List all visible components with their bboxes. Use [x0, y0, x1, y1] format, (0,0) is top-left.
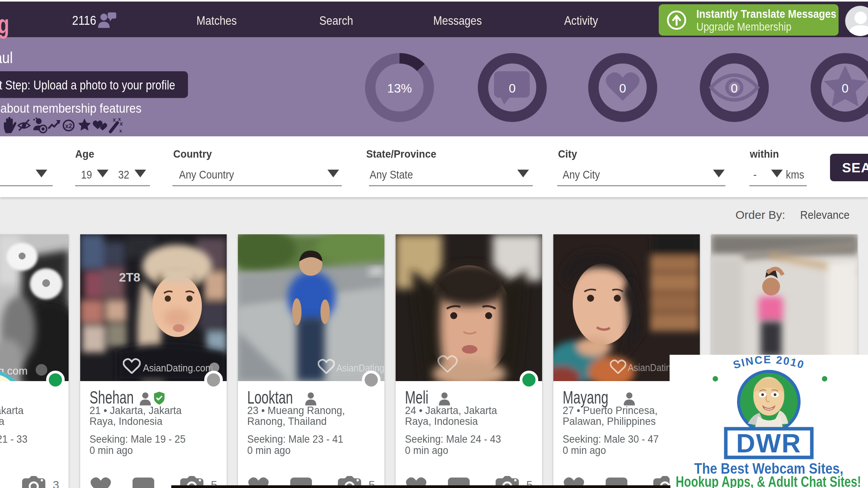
svg-text:DWR: DWR	[736, 428, 801, 458]
svg-text:x: x	[119, 128, 122, 134]
svg-text:x2: x2	[65, 123, 72, 129]
svg-text:x: x	[120, 120, 123, 127]
svg-text:SINCE 2010: SINCE 2010	[732, 355, 806, 371]
svg-text:2T8: 2T8	[119, 270, 140, 284]
svg-text:x: x	[113, 117, 116, 123]
